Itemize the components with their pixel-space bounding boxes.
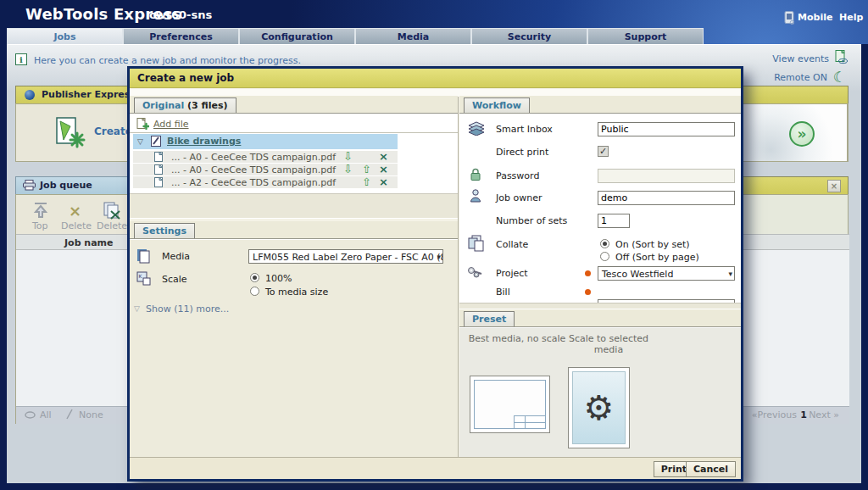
chevron-down-icon: ▾ [437,251,441,264]
delete-all-icon[interactable] [103,201,121,220]
top-bar: WebTools Express cwt60-sns Mobile Help J… [0,0,868,44]
publisher-express-title: Publisher Express [42,86,136,103]
file-name: ... - A0 - CeeCee TDS campaign.pdf [171,152,336,163]
scale-radio-100-label[interactable]: 100% [265,273,292,284]
remove-file-icon[interactable]: × [379,152,388,162]
gear-icon: ⚙ [584,388,615,427]
job-name-column-header[interactable]: Job name [64,237,114,248]
preset-best-media-label: Best media, no scale [466,333,568,344]
create-new-job-icon[interactable] [53,114,87,150]
move-up-icon[interactable]: ⇧ [362,164,371,175]
lock-icon [470,168,481,181]
move-up-icon[interactable]: ⇧ [362,177,371,187]
tab-media[interactable]: Media [355,28,471,44]
top-button-icon[interactable] [31,202,50,219]
move-down-icon[interactable]: ⇩ [343,152,353,162]
collate-radio-on[interactable] [600,238,609,249]
preset-best-media-thumbnail[interactable] [470,376,550,433]
collate-radio-off[interactable] [600,251,609,262]
view-events-link[interactable]: View events [772,53,829,64]
add-file-icon[interactable] [136,118,149,130]
publisher-express-icon [25,90,35,100]
chevron-right-icon[interactable]: » [789,121,815,147]
bill-required-dot [585,289,591,295]
preset-scale-thumbnail[interactable]: ⚙ [568,367,630,448]
pagination-previous[interactable]: «Previous [752,409,797,420]
project-icon [467,265,484,279]
smart-inbox-label: Smart Inbox [496,124,553,135]
view-events-icon[interactable] [835,50,848,64]
select-none-link[interactable]: None [79,409,103,420]
section-gap [459,303,741,309]
number-of-sets-input[interactable] [598,214,630,228]
file-icon [154,177,163,187]
file-icon [154,152,163,162]
collate-label: Collate [496,239,528,250]
add-file-link[interactable]: Add file [153,119,189,130]
scale-radio-media[interactable] [250,286,259,297]
select-all-link[interactable]: All [40,409,52,420]
pagination-page[interactable]: 1 [800,409,807,420]
collate-icon [467,235,484,252]
chevron-down-icon: ▾ [728,268,732,281]
file-row: ... - A2 - CeeCee TDS campaign.pdf ⇩ ⇧ × [133,176,398,188]
tab-configuration[interactable]: Configuration [239,28,355,44]
scale-radio-100[interactable] [250,272,259,283]
project-select[interactable]: Tesco Westfield ▾ [598,266,735,281]
close-icon[interactable]: × [827,180,841,192]
tab-original[interactable]: Original (3 files) [134,97,236,113]
move-down-icon[interactable]: ⇩ [343,164,353,175]
preset-scale-label: Scale to selected media [566,333,651,355]
collate-radio-on-label[interactable]: On (Sort by set) [615,239,690,250]
delete-button-label[interactable]: Delete [61,220,92,231]
job-owner-label: Job owner [496,192,542,203]
remove-file-icon[interactable]: × [379,164,388,175]
tab-preset[interactable]: Preset [464,311,515,326]
workflow-tabstrip: Workflow [459,96,741,114]
number-of-sets-label: Number of sets [496,215,567,226]
job-owner-input[interactable] [598,191,735,205]
dialog-title: Create a new job [130,69,741,88]
top-button-label[interactable]: Top [32,220,48,231]
show-more-triangle-icon[interactable]: ▽ [134,304,140,313]
collate-radio-off-label[interactable]: Off (Sort by page) [615,252,699,263]
pagination-next[interactable]: Next » [809,409,839,420]
select-all-icon[interactable] [25,411,36,419]
scale-label: Scale [162,274,187,285]
select-none-icon[interactable] [65,409,74,420]
tab-preferences[interactable]: Preferences [123,28,239,44]
remote-on-icon[interactable]: ☾ [833,69,846,86]
person-icon [470,189,481,203]
direct-print-checkbox[interactable]: ✓ [598,146,609,157]
file-group-row[interactable]: ▽ Bike drawings [133,134,398,149]
delete-icon[interactable]: × [69,202,81,220]
help-link[interactable]: Help [839,12,863,23]
password-input [598,169,735,183]
tab-security[interactable]: Security [471,28,587,44]
tab-settings[interactable]: Settings [134,223,195,238]
original-section: Add file ▽ Bike drawings ... - A0 - CeeC… [130,114,458,193]
smart-inbox-icon [468,121,485,136]
collapse-triangle-icon[interactable]: ▽ [137,137,143,146]
remove-file-icon[interactable]: × [379,177,388,187]
publisher-banner: » [737,104,848,162]
settings-tabstrip: Settings [130,221,458,239]
file-group-link[interactable]: Bike drawings [167,136,241,147]
original-files-count: (3 files) [187,100,227,111]
tab-workflow[interactable]: Workflow [464,97,530,113]
file-icon [154,164,163,175]
mobile-link[interactable]: Mobile [798,12,832,23]
media-select[interactable]: LFM055 Red Label Zero Paper - FSC A0 (84… [248,249,443,264]
column-divider [458,97,459,457]
mobile-icon[interactable] [784,11,794,25]
job-queue-title: Job queue [40,177,92,194]
scale-radio-media-label[interactable]: To media size [265,287,328,298]
cancel-button[interactable]: Cancel [686,461,736,477]
show-more-link[interactable]: Show (11) more... [146,303,229,315]
workflow-section: Smart Inbox Direct print ✓ Password Job … [459,114,741,303]
smart-inbox-input[interactable] [598,122,735,136]
tab-jobs[interactable]: Jobs [7,28,123,44]
tab-support[interactable]: Support [587,28,704,44]
info-message: Here you can create a new job and monito… [34,55,301,66]
info-icon: i [15,53,27,65]
